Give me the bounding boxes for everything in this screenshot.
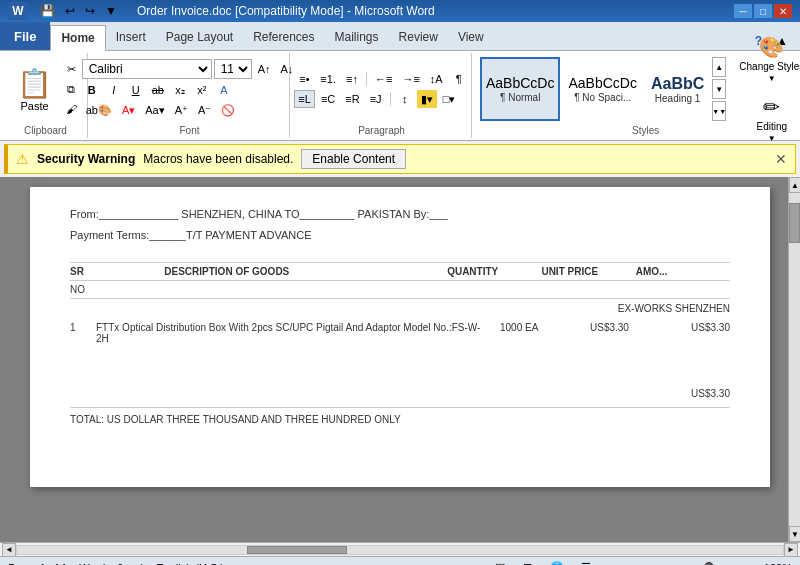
multilevel-list-button[interactable]: ≡↑: [342, 70, 362, 88]
superscript-button[interactable]: x²: [192, 81, 212, 99]
increase-size-button[interactable]: A⁺: [171, 101, 192, 119]
minimize-button[interactable]: ─: [734, 4, 752, 18]
align-center-button[interactable]: ≡C: [317, 90, 339, 108]
item-amount: US$3.30: [670, 322, 730, 333]
close-button[interactable]: ✕: [774, 4, 792, 18]
quick-access-toolbar: 💾 ↩ ↪ ▼: [32, 2, 125, 20]
border-button[interactable]: □▾: [439, 90, 460, 108]
view-outline-button[interactable]: ☰: [576, 559, 596, 566]
underline-button[interactable]: U: [126, 81, 146, 99]
decrease-size-button[interactable]: A⁻: [194, 101, 215, 119]
styles-scroll-up[interactable]: ▲: [712, 57, 726, 77]
para-divider2: [390, 92, 391, 106]
style-normal-preview: AaBbCcDc: [486, 75, 554, 92]
h-scroll-thumb: [247, 546, 347, 554]
redo-button[interactable]: ↪: [81, 2, 99, 20]
highlight-button[interactable]: ab🎨: [82, 101, 116, 119]
zoom-in-button[interactable]: +: [740, 559, 760, 566]
font-size-dropdown[interactable]: Aa▾: [141, 101, 168, 119]
editing-button[interactable]: ✏ Editing ▼: [732, 91, 800, 147]
font-row1: Calibri 11 A↑ A↓: [82, 59, 298, 79]
spell-check-icon[interactable]: ✓: [135, 561, 144, 565]
tab-file[interactable]: File: [0, 22, 50, 50]
vertical-scrollbar: ▲ ▼: [788, 177, 800, 542]
tab-home[interactable]: Home: [50, 25, 105, 51]
bold-button[interactable]: B: [82, 81, 102, 99]
document-scroll-area[interactable]: From:_____________ SHENZHEN, CHINA TO___…: [0, 177, 800, 542]
security-warning-icon: ⚠: [16, 151, 29, 167]
sort-button[interactable]: ↕A: [426, 70, 447, 88]
show-marks-button[interactable]: ¶: [449, 70, 469, 88]
tab-insert[interactable]: Insert: [106, 24, 156, 50]
styles-actions: 🎨 Change Styles ▼ ✏ Editing ▼: [732, 31, 800, 147]
font-color-button[interactable]: A▾: [118, 101, 139, 119]
change-styles-label: Change Styles: [739, 61, 800, 72]
format-painter-button[interactable]: 🖌: [61, 100, 81, 118]
align-left-button[interactable]: ≡L: [294, 90, 315, 108]
subscript-button[interactable]: x₂: [170, 81, 190, 99]
font-size-select[interactable]: 11: [214, 59, 252, 79]
h-scroll-left-button[interactable]: ◄: [2, 543, 16, 557]
text-effects-button[interactable]: A: [214, 81, 234, 99]
scroll-down-button[interactable]: ▼: [789, 526, 800, 542]
copy-button[interactable]: ⧉: [61, 80, 81, 98]
line-spacing-button[interactable]: ↕: [395, 90, 415, 108]
ribbon: File Home Insert Page Layout References …: [0, 22, 800, 141]
scroll-track[interactable]: [789, 193, 800, 526]
paste-button[interactable]: 📋 Paste: [10, 64, 59, 115]
justify-button[interactable]: ≡J: [366, 90, 386, 108]
align-right-button[interactable]: ≡R: [341, 90, 363, 108]
clipboard-group-content: 📋 Paste ✂ ⧉ 🖌: [8, 53, 83, 125]
customize-qat-button[interactable]: ▼: [101, 2, 121, 20]
style-no-spacing-label: ¶ No Spaci...: [574, 92, 631, 103]
style-heading1[interactable]: AaBbC Heading 1: [645, 57, 710, 121]
exworks-row: EX-WORKS SHENZHEN: [70, 303, 730, 314]
ribbon-tabs: File Home Insert Page Layout References …: [0, 22, 800, 50]
undo-button[interactable]: ↩: [61, 2, 79, 20]
editing-arrow: ▼: [768, 134, 776, 143]
cut-button[interactable]: ✂: [61, 60, 81, 78]
styles-scroll-down[interactable]: ▼: [712, 79, 726, 99]
title-text: Order Invoice.doc [Compatibility Mode] -…: [137, 4, 435, 18]
h-scroll-track[interactable]: [16, 545, 784, 555]
styles-group: AaBbCcDc ¶ Normal AaBbCcDc ¶ No Spaci...…: [474, 53, 800, 138]
styles-scroll-more[interactable]: ▼▼: [712, 101, 726, 121]
decrease-indent-button[interactable]: ←≡: [371, 70, 396, 88]
style-no-spacing[interactable]: AaBbCcDc ¶ No Spaci...: [562, 57, 642, 121]
zoom-out-button[interactable]: ─: [632, 559, 652, 566]
increase-indent-button[interactable]: →≡: [398, 70, 423, 88]
tab-references[interactable]: References: [243, 24, 324, 50]
language-indicator[interactable]: English (U.S.): [156, 562, 224, 566]
strikethrough-button[interactable]: ab: [148, 81, 168, 99]
enable-content-button[interactable]: Enable Content: [301, 149, 406, 169]
table-row: 1 FTTx Optical Distribution Box With 2pc…: [70, 322, 730, 344]
style-normal[interactable]: AaBbCcDc ¶ Normal: [480, 57, 560, 121]
tab-page-layout[interactable]: Page Layout: [156, 24, 243, 50]
view-draft-button[interactable]: ≡: [604, 559, 624, 566]
shading-button[interactable]: ▮▾: [417, 90, 437, 108]
clear-formatting-button[interactable]: 🚫: [217, 101, 239, 119]
h-scroll-right-button[interactable]: ►: [784, 543, 798, 557]
increase-font-button[interactable]: A↑: [254, 60, 275, 78]
tab-view[interactable]: View: [448, 24, 494, 50]
security-close-button[interactable]: ✕: [775, 151, 787, 167]
payment-line: Payment Terms:______T/T PAYMENT ADVANCE: [70, 228, 730, 243]
view-fullscreen-button[interactable]: ⊡: [518, 559, 538, 566]
word-count: Words: 6: [79, 562, 123, 566]
security-message: Macros have been disabled.: [143, 152, 293, 166]
font-name-select[interactable]: Calibri: [82, 59, 212, 79]
bullets-button[interactable]: ≡•: [294, 70, 314, 88]
scroll-thumb: [789, 203, 800, 243]
restore-button[interactable]: □: [754, 4, 772, 18]
view-normal-button[interactable]: ▤: [490, 559, 510, 566]
font-group-label: Font: [179, 125, 199, 138]
tab-mailings[interactable]: Mailings: [325, 24, 389, 50]
scroll-up-button[interactable]: ▲: [789, 177, 800, 193]
save-button[interactable]: 💾: [36, 2, 59, 20]
italic-button[interactable]: I: [104, 81, 124, 99]
document-page[interactable]: From:_____________ SHENZHEN, CHINA TO___…: [30, 187, 770, 487]
change-styles-button[interactable]: 🎨 Change Styles ▼: [732, 31, 800, 87]
numbering-button[interactable]: ≡1.: [316, 70, 340, 88]
view-web-button[interactable]: 🌐: [546, 559, 568, 566]
tab-review[interactable]: Review: [389, 24, 448, 50]
